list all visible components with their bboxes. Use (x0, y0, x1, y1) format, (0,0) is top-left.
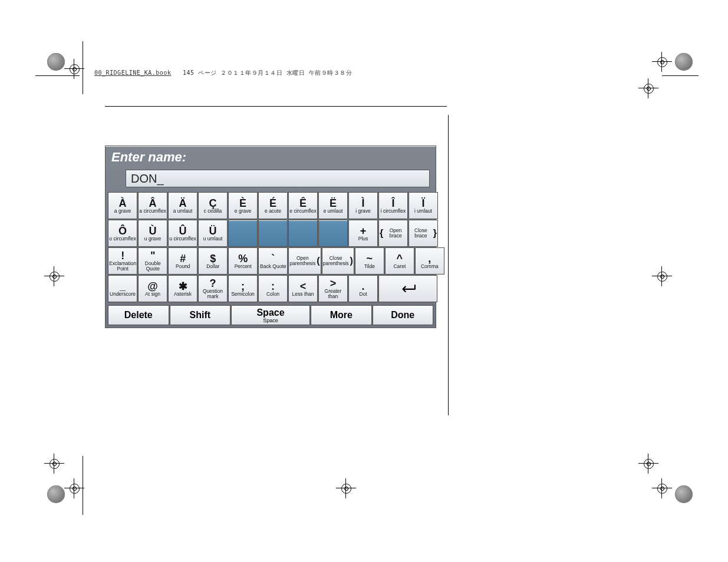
key-label: Close parenthesis (323, 256, 349, 266)
key-i-grave[interactable]: Ìi grave (348, 192, 378, 219)
key-label: i umlaut (414, 209, 432, 214)
key-glyph: ( (317, 256, 319, 266)
key-label: e circumflex (289, 209, 316, 214)
key-u-umlaut[interactable]: Üu umlaut (198, 220, 228, 247)
key-u-grave[interactable]: Ùu grave (138, 220, 167, 247)
key-label: Less than (292, 292, 314, 297)
more-button[interactable]: More (311, 305, 372, 325)
key-glyph: ! (121, 250, 124, 261)
key-glyph: ^ (397, 253, 403, 264)
key-u-circumflex[interactable]: Ûu circumflex (168, 220, 197, 247)
key-label: Colon (266, 292, 279, 297)
key-c-cedilla[interactable]: Çc cedilla (198, 192, 228, 219)
key-label: Open brace (384, 228, 407, 239)
blank-key (228, 220, 258, 247)
key-asterisk[interactable]: ✱Asterisk (168, 275, 197, 302)
key-i-umlaut[interactable]: Ïi umlaut (409, 192, 438, 219)
key-glyph: # (180, 253, 186, 264)
space-label: Space (256, 308, 284, 318)
key-tilde[interactable]: ~Tilde (355, 247, 384, 275)
key-less-than[interactable]: <Less than (288, 275, 318, 302)
key-label: c cedilla (204, 209, 222, 214)
key-glyph: Û (179, 226, 187, 236)
enter-key[interactable] (378, 275, 437, 302)
key-label: Greater than (319, 289, 347, 299)
key-label: Open parenthesis (289, 256, 315, 266)
key-label: e grave (235, 209, 251, 214)
key-a-grave[interactable]: Àa grave (108, 192, 137, 219)
register-orb (47, 53, 65, 71)
key-close-brace[interactable]: Close brace} (409, 220, 438, 247)
key-semicolon[interactable]: ;Semicolon (228, 275, 258, 302)
key-back-quote[interactable]: `Back Quote (258, 247, 288, 275)
crop-guide (662, 75, 699, 76)
key-label: Tilde (364, 264, 375, 269)
key-label: a grave (114, 209, 131, 214)
page-info: 145 ページ ２０１１年９月１４日 水曜日 午前９時３８分 (183, 70, 352, 76)
key-o-circumflex[interactable]: Ôo circumflex (108, 220, 137, 247)
key-glyph: @ (147, 281, 158, 292)
key-e-grave[interactable]: Èe grave (228, 192, 258, 219)
key-a-umlaut[interactable]: Äa umlaut (168, 192, 197, 219)
key-dollar[interactable]: $Dollar (198, 247, 228, 275)
key-label: Dot (359, 292, 367, 297)
delete-button[interactable]: Delete (108, 305, 169, 325)
crop-guide (83, 41, 83, 94)
register-mark (44, 454, 64, 474)
key-caret[interactable]: ^Caret (385, 247, 414, 275)
key-glyph: Â (149, 198, 157, 209)
shift-button[interactable]: Shift (170, 305, 231, 325)
key-open-brace[interactable]: {Open brace (378, 220, 408, 247)
key-label: u circumflex (169, 236, 196, 242)
key-label: i circumflex (381, 209, 406, 214)
key-open-parenthesis[interactable]: Open parenthesis( (288, 247, 321, 275)
register-mark (638, 454, 658, 474)
key-double-quote[interactable]: "Double Quote (138, 247, 167, 275)
done-button[interactable]: Done (373, 305, 434, 325)
key-colon[interactable]: :Colon (258, 275, 288, 302)
file-name: 00_RIDGELINE_KA.book (94, 70, 171, 76)
key-glyph: $ (210, 253, 216, 264)
key-plus[interactable]: +Plus (348, 220, 378, 247)
key-label: Asterisk (174, 292, 192, 297)
key-glyph: À (119, 198, 127, 209)
key-dot[interactable]: .Dot (348, 275, 378, 302)
key-i-circumflex[interactable]: Îi circumflex (378, 192, 408, 219)
register-mark (64, 478, 84, 498)
blank-key (258, 220, 288, 247)
key-label: i grave (355, 209, 371, 214)
key-glyph: , (428, 253, 431, 264)
key-e-circumflex[interactable]: Êe circumflex (288, 192, 318, 219)
panel-title: Enter name: (106, 146, 436, 170)
key-glyph: _ (120, 281, 126, 292)
key-at-sign[interactable]: @At sign (138, 275, 167, 302)
key-glyph: ? (210, 278, 216, 289)
key-label: e umlaut (324, 209, 343, 214)
key-label: Plus (358, 236, 368, 242)
key-glyph: Î (391, 198, 394, 209)
key-glyph: + (360, 226, 367, 236)
key-a-circumflex[interactable]: Âa circumflex (138, 192, 167, 219)
key-pound[interactable]: #Pound (168, 247, 197, 275)
key-label: Percent (235, 264, 252, 269)
key-label: Underscore (110, 292, 136, 297)
name-input[interactable]: DON_ (126, 170, 430, 187)
register-mark (652, 478, 672, 498)
key-question-mark[interactable]: ?Question mark (198, 275, 228, 302)
space-button[interactable]: Space Space (231, 305, 310, 325)
key-glyph: Ç (209, 198, 217, 209)
key-e-acute[interactable]: Ée acute (258, 192, 288, 219)
key-label: Caret (393, 264, 406, 269)
key-comma[interactable]: ,Comma (415, 247, 444, 275)
key-greater-than[interactable]: >Greater than (318, 275, 348, 302)
key-close-parenthesis[interactable]: Close parenthesis) (322, 247, 354, 275)
key-percent[interactable]: %Percent (228, 247, 258, 275)
key-exclamation-point[interactable]: !Exclamation Point (108, 247, 137, 275)
key-e-umlaut[interactable]: Ëe umlaut (318, 192, 348, 219)
key-glyph: % (238, 253, 248, 264)
key-label: u umlaut (203, 236, 223, 242)
key-label: u grave (144, 236, 161, 242)
enter-icon (398, 283, 418, 295)
register-orb (47, 485, 65, 503)
key-underscore[interactable]: _Underscore (108, 275, 137, 302)
